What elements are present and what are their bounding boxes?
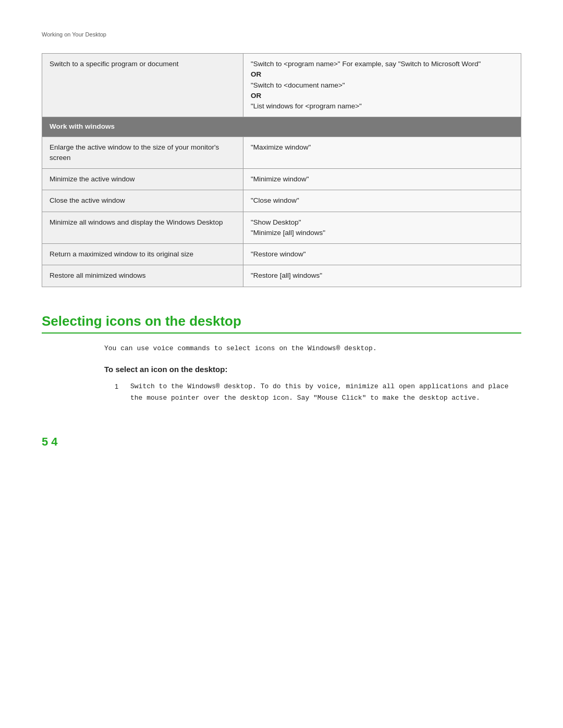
intro-paragraph: You can use voice commands to select ico… <box>104 343 521 354</box>
table-cell-command-return-maximized: "Restore window" <box>243 244 521 265</box>
table-cell-command-minimize-all: "Show Desktop""Minimize [all] windows" <box>243 212 521 244</box>
table-row-minimize-active: Minimize the active window"Minimize wind… <box>42 169 521 190</box>
step-item-1: 1Switch to the Windows® desktop. To do t… <box>115 381 521 404</box>
table-cell-command-switch-program: "Switch to <program name>" For example, … <box>243 54 521 117</box>
table-cell-description-minimize-active: Minimize the active window <box>42 169 243 190</box>
section-title: Selecting icons on the desktop <box>42 313 521 334</box>
table-cell-command-minimize-active: "Minimize window" <box>243 169 521 190</box>
section-header-cell: Work with windows <box>42 117 521 137</box>
table-row-close-active: Close the active window"Close window" <box>42 190 521 212</box>
table-row-enlarge-window: Enlarge the active window to the size of… <box>42 137 521 169</box>
table-cell-description-restore-all: Restore all minimized windows <box>42 265 243 287</box>
table-cell-command-restore-all: "Restore [all] windows" <box>243 265 521 287</box>
numbered-list: 1Switch to the Windows® desktop. To do t… <box>115 381 521 404</box>
table-row-return-maximized: Return a maximized window to its origina… <box>42 244 521 265</box>
table-row-minimize-all: Minimize all windows and display the Win… <box>42 212 521 244</box>
table-row-switch-program: Switch to a specific program or document… <box>42 54 521 117</box>
table-row-section-header: Work with windows <box>42 117 521 137</box>
table-cell-description-enlarge-window: Enlarge the active window to the size of… <box>42 137 243 169</box>
table-cell-description-return-maximized: Return a maximized window to its origina… <box>42 244 243 265</box>
table-cell-description-close-active: Close the active window <box>42 190 243 212</box>
main-table: Switch to a specific program or document… <box>42 53 521 287</box>
page-header: Working on Your Desktop <box>42 31 521 38</box>
page-number: 5 4 <box>42 435 521 449</box>
table-cell-command-enlarge-window: "Maximize window" <box>243 137 521 169</box>
step-text: Switch to the Windows® desktop. To do th… <box>130 381 521 404</box>
step-number: 1 <box>115 381 123 404</box>
table-cell-description-switch-program: Switch to a specific program or document <box>42 54 243 117</box>
table-cell-command-close-active: "Close window" <box>243 190 521 212</box>
table-cell-description-minimize-all: Minimize all windows and display the Win… <box>42 212 243 244</box>
table-row-restore-all: Restore all minimized windows"Restore [a… <box>42 265 521 287</box>
subsection-title: To select an icon on the desktop: <box>104 365 521 374</box>
